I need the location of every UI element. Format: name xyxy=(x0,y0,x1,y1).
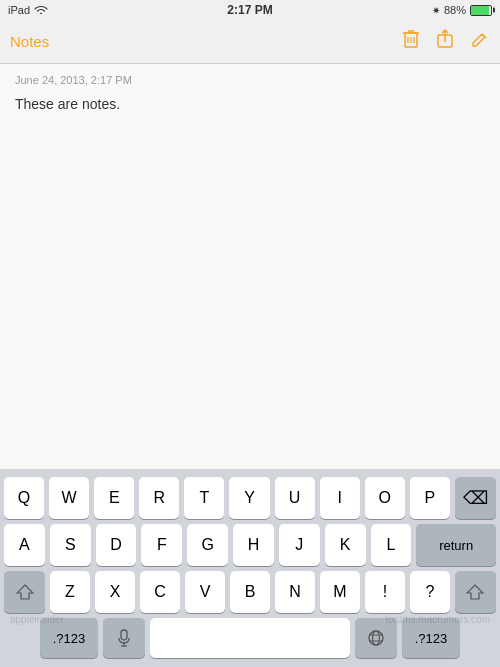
key-e[interactable]: E xyxy=(94,477,134,519)
key-i[interactable]: I xyxy=(320,477,360,519)
key-f[interactable]: F xyxy=(141,524,182,566)
status-right: ✷ 88% xyxy=(432,4,492,16)
keyboard: Q W E R T Y U I O P ⌫ A S D F G H J K L … xyxy=(0,469,500,667)
key-k[interactable]: K xyxy=(325,524,366,566)
status-left: iPad xyxy=(8,4,48,17)
key-y[interactable]: Y xyxy=(229,477,269,519)
svg-marker-10 xyxy=(467,585,483,599)
key-l[interactable]: L xyxy=(371,524,412,566)
share-button[interactable] xyxy=(436,29,454,54)
battery-fill xyxy=(471,6,489,15)
nav-actions xyxy=(402,29,490,54)
delete-button[interactable] xyxy=(402,29,420,54)
bluetooth-icon: ✷ xyxy=(432,5,440,16)
status-time: 2:17 PM xyxy=(227,3,272,17)
key-h[interactable]: H xyxy=(233,524,274,566)
key-delete[interactable]: ⌫ xyxy=(455,477,496,519)
key-d[interactable]: D xyxy=(96,524,137,566)
keyboard-row-2: A S D F G H J K L return xyxy=(4,524,496,566)
back-button[interactable]: Notes xyxy=(10,33,49,50)
key-u[interactable]: U xyxy=(275,477,315,519)
wifi-icon xyxy=(34,4,48,17)
key-g[interactable]: G xyxy=(187,524,228,566)
key-intl[interactable] xyxy=(355,618,397,658)
key-r[interactable]: R xyxy=(139,477,179,519)
nav-bar: Notes xyxy=(0,20,500,64)
svg-marker-9 xyxy=(17,585,33,599)
key-return[interactable]: return xyxy=(416,524,496,566)
key-t[interactable]: T xyxy=(184,477,224,519)
key-b[interactable]: B xyxy=(230,571,270,613)
key-num-left[interactable]: .?123 xyxy=(40,618,98,658)
key-x[interactable]: X xyxy=(95,571,135,613)
battery-percent: 88% xyxy=(444,4,466,16)
note-date: June 24, 2013, 2:17 PM xyxy=(15,74,485,86)
key-w[interactable]: W xyxy=(49,477,89,519)
key-q[interactable]: Q xyxy=(4,477,44,519)
svg-point-14 xyxy=(369,631,383,645)
key-s[interactable]: S xyxy=(50,524,91,566)
key-exclaim[interactable]: ! xyxy=(365,571,405,613)
key-question[interactable]: ? xyxy=(410,571,450,613)
note-content[interactable]: These are notes. xyxy=(15,94,485,115)
note-area[interactable]: June 24, 2013, 2:17 PM These are notes. xyxy=(0,64,500,469)
key-m[interactable]: M xyxy=(320,571,360,613)
battery-icon xyxy=(470,5,492,16)
compose-button[interactable] xyxy=(470,29,490,54)
key-v[interactable]: V xyxy=(185,571,225,613)
key-c[interactable]: C xyxy=(140,571,180,613)
keyboard-row-1: Q W E R T Y U I O P ⌫ xyxy=(4,477,496,519)
svg-point-15 xyxy=(373,631,380,645)
key-o[interactable]: O xyxy=(365,477,405,519)
status-bar: iPad 2:17 PM ✷ 88% xyxy=(0,0,500,20)
key-z[interactable]: Z xyxy=(50,571,90,613)
key-shift[interactable] xyxy=(4,571,45,613)
key-num-right[interactable]: .?123 xyxy=(402,618,460,658)
carrier-label: iPad xyxy=(8,4,30,16)
keyboard-row-bottom: .?123 .?123 xyxy=(4,618,496,658)
key-p[interactable]: P xyxy=(410,477,450,519)
key-n[interactable]: N xyxy=(275,571,315,613)
key-shift-right[interactable] xyxy=(455,571,496,613)
key-j[interactable]: J xyxy=(279,524,320,566)
svg-rect-11 xyxy=(121,630,127,640)
keyboard-row-3: Z X C V B N M ! ? xyxy=(4,571,496,613)
key-space[interactable] xyxy=(150,618,350,658)
key-mic[interactable] xyxy=(103,618,145,658)
key-a[interactable]: A xyxy=(4,524,45,566)
